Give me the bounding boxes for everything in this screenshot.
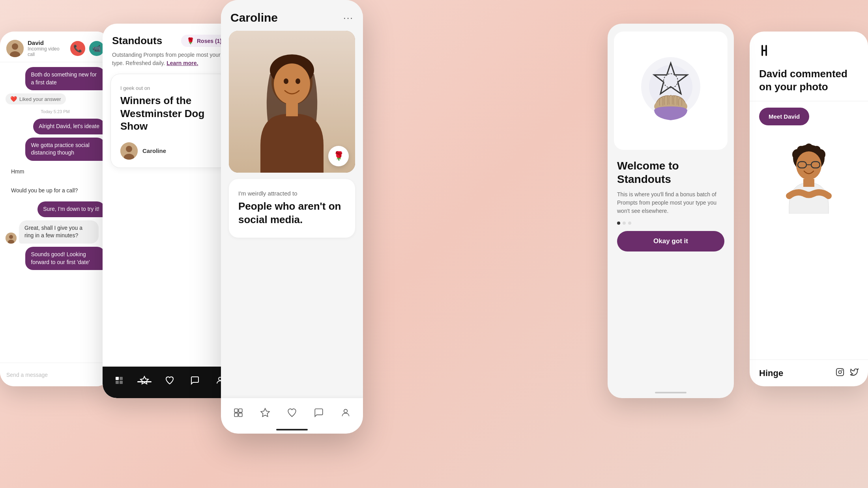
more-options-button[interactable]: ··· [343,12,354,23]
heart-icon: ❤️ [10,96,17,102]
svg-point-4 [9,235,13,239]
home-indicator [276,429,308,430]
svg-point-28 [344,409,348,413]
likes-nav-icon[interactable] [284,405,300,421]
chat-nav-icon[interactable] [187,373,202,388]
welcome-illustration [614,32,728,150]
svg-point-46 [838,371,841,373]
chat-user-info: David Incoming video call [28,39,66,57]
send-message-input[interactable]: Send a message [6,372,104,378]
svg-rect-44 [803,179,814,187]
roses-label: Roses (1) [197,38,222,44]
message-bubble: We gotta practice social distancing thou… [25,138,105,161]
liked-text: Liked your answer [19,96,61,102]
likes-nav-icon[interactable] [162,373,177,388]
svg-point-39 [813,146,821,154]
svg-rect-25 [234,413,238,417]
caroline-bottom-nav [221,398,363,434]
message-bubble: Would you be up for a call? [6,183,83,199]
card-footer-name: Caroline [142,147,166,154]
message-bubble: Great, shall I give you a ring in a few … [19,220,99,244]
david-illustration [759,135,859,214]
standouts-nav-icon[interactable] [257,405,273,421]
caroline-photo: 🌹 [229,31,355,173]
standouts-description: Outstanding Prompts from people most you… [112,51,227,67]
svg-point-47 [842,370,843,371]
home-nav-icon[interactable] [230,405,246,421]
svg-point-19 [274,63,310,104]
david-person-svg [777,135,840,214]
svg-marker-27 [261,408,269,417]
message-with-avatar: Great, shall I give you a ring in a few … [6,220,105,244]
twitter-icon[interactable] [850,368,859,378]
svg-point-37 [797,146,805,154]
chat-subtitle: Incoming video call [28,46,66,57]
standouts-welcome-screen: Welcome to Standouts This is where you'l… [608,24,734,398]
timestamp: Today 5:23 PM [6,109,105,114]
svg-rect-45 [836,369,844,376]
instagram-icon[interactable] [836,368,844,378]
chat-messages: Both do something new for a first date ❤… [0,62,110,362]
dot-3 [628,222,631,225]
caroline-screen: Caroline ··· [221,0,363,434]
dot-2 [623,222,626,225]
welcome-content: Welcome to Standouts This is where you'l… [608,150,734,215]
okay-got-it-button[interactable]: Okay got it [617,231,724,251]
chat-nav-icon[interactable] [311,405,327,421]
hinge-footer: Hinge [750,359,868,386]
end-call-button[interactable]: 📞 [70,41,85,56]
svg-point-20 [284,78,288,84]
svg-rect-11 [116,381,119,384]
rose-button[interactable]: 🌹 [328,146,349,166]
prompt-card: I'm weirdly attracted to People who aren… [229,179,355,238]
nav-indicator [137,381,152,382]
dot-indicator [617,222,724,225]
svg-point-7 [126,146,132,152]
video-call-button[interactable]: 📹 [89,41,104,56]
avatar [6,40,24,57]
svg-rect-22 [286,102,298,116]
svg-rect-24 [239,409,242,412]
liked-tag: ❤️ Liked your answer [6,93,66,104]
svg-point-40 [796,151,821,180]
notification-title: David commented on your photo [759,67,859,93]
svg-rect-26 [239,413,242,417]
message-bubble: Sure, I'm down to try it! [37,201,105,217]
svg-point-21 [296,78,300,84]
message-bubble: Hmm [6,164,30,180]
welcome-description: This is where you'll find a bonus batch … [617,190,724,215]
video-icon: 📹 [92,44,101,53]
standouts-header: Standouts 🌹 Roses (1) Outstanding Prompt… [103,24,237,74]
learn-more-link[interactable]: Learn more. [166,60,198,66]
svg-marker-13 [140,376,148,384]
social-icons [836,368,859,378]
caroline-header: Caroline ··· [221,0,363,31]
svg-rect-12 [120,381,123,384]
notification-screen: David commented on your photo Meet David [750,32,868,386]
standouts-bottom-nav [103,367,237,398]
meet-david-button[interactable]: Meet David [759,108,809,125]
prompt-answer: Winners of the Westminster Dog Show [120,94,219,133]
chat-input-bar[interactable]: Send a message [0,363,110,386]
home-nav-icon[interactable] [112,373,127,388]
card-footer-avatar [120,142,138,160]
hinge-logo-row [759,44,859,60]
message-bubble: Sounds good! Looking forward to our firs… [25,247,105,270]
standouts-nav-icon[interactable] [137,373,152,388]
prompt-label: I geek out on [120,85,219,91]
standouts-screen: Standouts 🌹 Roses (1) Outstanding Prompt… [103,24,237,398]
rose-icon: 🌹 [333,151,344,161]
svg-rect-9 [116,377,119,380]
standout-card: I geek out on Winners of the Westminster… [110,74,229,168]
hinge-footer-logo: Hinge [759,368,783,378]
dot-1 [617,222,620,225]
roses-badge[interactable]: 🌹 Roses (1) [181,35,227,47]
home-indicator [655,392,687,393]
hinge-logo [759,44,772,60]
welcome-title: Welcome to Standouts [617,159,724,186]
card-footer: Caroline [120,142,219,160]
standouts-title: Standouts [112,35,162,47]
rose-icon: 🌹 [187,37,195,45]
svg-rect-23 [234,409,238,412]
profile-nav-icon[interactable] [338,405,354,421]
